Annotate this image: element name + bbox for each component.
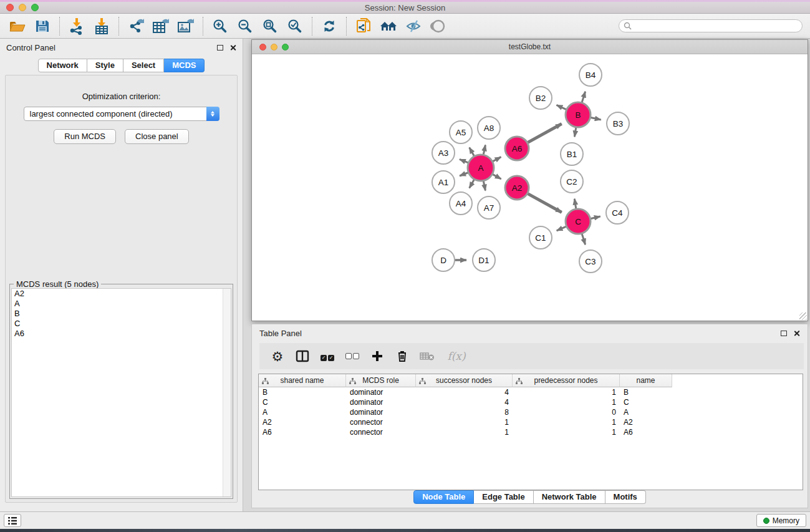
network-graph[interactable]: B4B2BB3A8A5A6B1A3AC2A1A2A4A7C4CC1C3DD1 bbox=[252, 54, 808, 321]
save-session-button[interactable] bbox=[30, 16, 55, 37]
graph-node-A3[interactable]: A3 bbox=[432, 142, 455, 164]
tab-edge-table[interactable]: Edge Table bbox=[474, 490, 533, 504]
table-cell[interactable]: A6 bbox=[620, 427, 672, 437]
table-cell[interactable]: C bbox=[620, 397, 672, 407]
graph-node-A2[interactable]: A2 bbox=[505, 176, 529, 200]
table-cell[interactable]: B bbox=[620, 387, 672, 397]
float-table-panel-icon[interactable] bbox=[781, 331, 787, 336]
tab-style[interactable]: Style bbox=[87, 59, 123, 72]
close-window-button[interactable] bbox=[6, 4, 14, 11]
graph-node-B3[interactable]: B3 bbox=[607, 112, 629, 135]
mcds-result-list[interactable]: A2ABCA6 bbox=[11, 288, 231, 497]
hide-details-button[interactable] bbox=[401, 16, 426, 37]
table-cell[interactable]: A2 bbox=[259, 417, 346, 427]
result-list-item[interactable]: B bbox=[12, 309, 231, 319]
table-cell[interactable]: dominator bbox=[346, 407, 416, 417]
close-network-window-button[interactable] bbox=[259, 44, 266, 51]
result-list-item[interactable]: C bbox=[12, 319, 231, 329]
graph-edge-A-A8[interactable] bbox=[483, 145, 485, 155]
table-cell[interactable]: A bbox=[620, 407, 672, 417]
table-cell[interactable]: 0 bbox=[513, 407, 620, 417]
tab-mcds[interactable]: MCDS bbox=[164, 59, 205, 72]
table-options-gear-icon[interactable]: ⚙ bbox=[269, 348, 286, 364]
graph-node-A6[interactable]: A6 bbox=[505, 137, 529, 160]
graph-node-A8[interactable]: A8 bbox=[478, 117, 500, 139]
graph-edge-A2-C[interactable] bbox=[528, 193, 562, 212]
zoom-selected-button[interactable] bbox=[282, 16, 307, 37]
tab-node-table[interactable]: Node Table bbox=[413, 490, 474, 504]
criterion-select[interactable]: largest connected component (directed) bbox=[24, 107, 219, 121]
network-canvas[interactable]: B4B2BB3A8A5A6B1A3AC2A1A2A4A7C4CC1C3DD1 bbox=[252, 54, 808, 321]
column-header[interactable]: name bbox=[620, 374, 672, 387]
select-all-rows-icon[interactable]: ✓✓ bbox=[319, 348, 335, 364]
zoom-network-window-button[interactable] bbox=[282, 44, 289, 51]
graph-edge-B-B1[interactable] bbox=[574, 127, 576, 137]
table-cell[interactable]: connector bbox=[346, 427, 416, 437]
table-row[interactable]: Bdominator41B bbox=[259, 387, 803, 397]
graph-edge-A-A7[interactable] bbox=[483, 181, 485, 191]
tab-network-table[interactable]: Network Table bbox=[534, 490, 605, 504]
float-panel-icon[interactable] bbox=[217, 45, 223, 51]
table-cell[interactable]: dominator bbox=[346, 397, 416, 407]
table-cell[interactable]: 1 bbox=[513, 397, 620, 407]
add-column-icon[interactable] bbox=[369, 348, 385, 364]
import-table-button[interactable] bbox=[89, 16, 114, 37]
refresh-button[interactable] bbox=[317, 16, 342, 37]
graph-node-D1[interactable]: D1 bbox=[473, 249, 495, 271]
column-header[interactable]: successor nodes bbox=[416, 374, 513, 387]
graph-node-A1[interactable]: A1 bbox=[432, 171, 455, 193]
close-table-panel-icon[interactable] bbox=[793, 330, 800, 337]
column-header[interactable]: shared name bbox=[259, 374, 346, 387]
apply-function-icon[interactable]: f(x) bbox=[444, 348, 469, 364]
table-cell[interactable]: A6 bbox=[259, 427, 346, 437]
table-cell[interactable]: 4 bbox=[416, 387, 513, 397]
graph-node-C4[interactable]: C4 bbox=[606, 201, 629, 224]
graph-edge-B-B4[interactable] bbox=[582, 92, 586, 103]
graph-node-B[interactable]: B bbox=[566, 102, 591, 127]
table-cell[interactable]: B bbox=[259, 387, 346, 397]
window-resize-grip[interactable] bbox=[799, 312, 807, 320]
task-history-button[interactable] bbox=[4, 514, 21, 527]
graph-edge-C-C2[interactable] bbox=[574, 199, 576, 210]
home-button[interactable] bbox=[376, 16, 401, 37]
import-network-button[interactable] bbox=[64, 16, 89, 37]
graph-node-C2[interactable]: C2 bbox=[561, 170, 583, 193]
graph-edge-A-A4[interactable] bbox=[470, 179, 475, 188]
column-header[interactable]: predecessor nodes bbox=[513, 374, 620, 387]
graph-edge-A6-B[interactable] bbox=[528, 123, 562, 142]
graph-edge-A-A6[interactable] bbox=[493, 157, 501, 162]
run-mcds-button[interactable]: Run MCDS bbox=[54, 129, 116, 144]
graph-node-C1[interactable]: C1 bbox=[529, 226, 552, 249]
table-cell[interactable]: A2 bbox=[620, 417, 672, 427]
minimize-window-button[interactable] bbox=[19, 4, 26, 11]
table-row[interactable]: A2connector11A2 bbox=[259, 417, 803, 427]
graph-edge-C-C3[interactable] bbox=[582, 233, 586, 244]
tab-motifs[interactable]: Motifs bbox=[605, 490, 646, 504]
table-cell[interactable]: 1 bbox=[513, 427, 620, 437]
clone-network-button[interactable] bbox=[351, 16, 376, 37]
result-list-item[interactable]: A bbox=[12, 299, 231, 309]
export-network-button[interactable] bbox=[123, 16, 148, 37]
tab-select[interactable]: Select bbox=[123, 59, 164, 72]
zoom-in-button[interactable] bbox=[208, 16, 233, 37]
graph-node-A[interactable]: A bbox=[468, 155, 494, 181]
close-panel-button[interactable]: Close panel bbox=[125, 129, 189, 144]
deselect-all-rows-icon[interactable] bbox=[344, 348, 360, 364]
table-cell[interactable]: 1 bbox=[416, 427, 513, 437]
tab-network[interactable]: Network bbox=[38, 59, 87, 72]
table-cell[interactable]: dominator bbox=[346, 387, 416, 397]
search-input[interactable] bbox=[619, 19, 803, 32]
export-table-button[interactable] bbox=[148, 16, 173, 37]
column-visibility-icon[interactable] bbox=[294, 348, 311, 364]
result-list-item[interactable]: A6 bbox=[12, 329, 231, 339]
table-cell[interactable]: C bbox=[259, 397, 346, 407]
zoom-window-button[interactable] bbox=[31, 4, 39, 11]
delete-table-icon[interactable] bbox=[419, 348, 435, 364]
graph-node-A5[interactable]: A5 bbox=[450, 121, 472, 143]
graph-edge-B-B3[interactable] bbox=[591, 117, 601, 120]
node-table[interactable]: shared nameMCDS rolesuccessor nodesprede… bbox=[258, 374, 803, 490]
table-row[interactable]: Adominator80A bbox=[259, 407, 803, 417]
network-window-titlebar[interactable]: testGlobe.txt bbox=[252, 40, 808, 54]
table-cell[interactable]: 1 bbox=[513, 387, 620, 397]
graph-edge-A-A1[interactable] bbox=[460, 173, 468, 176]
